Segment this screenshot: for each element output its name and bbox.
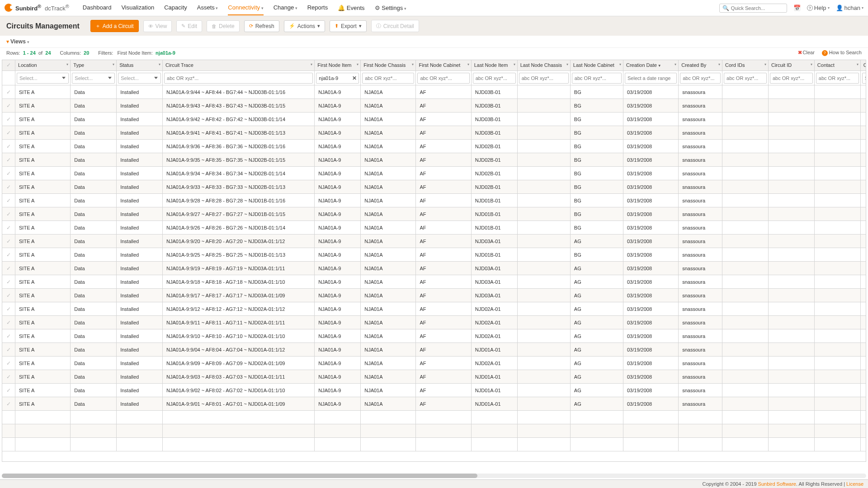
table-row[interactable]: ✓SITE ADataInstalledNJA01A-9:9/17 ~ AF8:…	[2, 289, 866, 302]
row-checkbox[interactable]: ✓	[6, 103, 11, 109]
col-menu-icon[interactable]: ▾	[467, 62, 469, 66]
table-row[interactable]: ✓SITE ADataInstalledNJA01A-9:9/04 ~ AF8:…	[2, 343, 866, 357]
filter-trace[interactable]	[164, 73, 313, 84]
col-menu-icon[interactable]: ▾	[159, 62, 160, 66]
col-header-cid[interactable]: Circuit ID▾	[768, 60, 814, 71]
filter-cdate[interactable]	[625, 73, 677, 84]
table-row[interactable]: ✓SITE ADataInstalledNJA01A-9:9/03 ~ AF8:…	[2, 370, 866, 384]
row-checkbox[interactable]: ✓	[6, 89, 11, 95]
filter-cord[interactable]	[724, 73, 767, 84]
add-circuit-button[interactable]: ＋Add a Circuit	[90, 20, 139, 32]
col-menu-icon[interactable]: ▾	[857, 62, 859, 66]
row-checkbox[interactable]: ✓	[6, 306, 11, 312]
user-menu[interactable]: 👤 hchan▾	[836, 5, 863, 11]
nav-change[interactable]: Change	[274, 0, 297, 15]
col-header-location[interactable]: Location▾	[15, 60, 71, 71]
actions-button[interactable]: ⚡Actions▾	[284, 20, 325, 32]
table-row[interactable]: ✓SITE ADataInstalledNJA01A-9:9/27 ~ AF8:…	[2, 207, 866, 221]
quick-search-input[interactable]	[731, 5, 784, 11]
table-row[interactable]: ✓SITE ADataInstalledNJA01A-9:9/44 ~ AF8:…	[2, 85, 866, 99]
table-row[interactable]: ✓SITE ADataInstalledNJA01A-9:9/09 ~ AF8:…	[2, 357, 866, 370]
delete-button[interactable]: 🗑Delete	[207, 20, 240, 32]
table-row[interactable]: ✓SITE ADataInstalledNJA01A-9:9/36 ~ AF8:…	[2, 140, 866, 153]
filter-type[interactable]: Select...	[72, 73, 115, 84]
row-checkbox[interactable]: ✓	[6, 333, 11, 339]
col-header-chk[interactable]: ✓	[2, 60, 15, 71]
table-row[interactable]: ✓SITE ADataInstalledNJA01A-9:9/18 ~ AF8:…	[2, 275, 866, 289]
how-to-search-link[interactable]: ?How to Search	[822, 50, 862, 56]
table-row[interactable]: ✓SITE ADataInstalledNJA01A-9:9/19 ~ AF8:…	[2, 262, 866, 275]
row-checkbox[interactable]: ✓	[6, 197, 11, 204]
row-checkbox[interactable]: ✓	[6, 238, 11, 244]
col-header-status[interactable]: Status▾	[117, 60, 163, 71]
table-row[interactable]: ✓SITE ADataInstalledNJA01A-9:9/10 ~ AF8:…	[2, 329, 866, 343]
table-row[interactable]: ✓SITE ADataInstalledNJA01A-9:9/35 ~ AF8:…	[2, 153, 866, 167]
filter-contact[interactable]	[816, 73, 859, 84]
table-row[interactable]: ✓SITE ADataInstalledNJA01A-9:9/01 ~ AF8:…	[2, 397, 866, 411]
filter-location[interactable]: Select...	[17, 73, 69, 84]
table-row[interactable]: ✓SITE ADataInstalledNJA01A-9:9/34 ~ AF8:…	[2, 167, 866, 180]
filter-con[interactable]: Select...	[862, 73, 866, 84]
table-row[interactable]: ✓SITE ADataInstalledNJA01A-9:9/43 ~ AF8:…	[2, 99, 866, 113]
col-header-contact[interactable]: Contact▾	[814, 60, 860, 71]
nav-settings[interactable]: ⚙ Settings	[375, 1, 406, 15]
table-row[interactable]: ✓SITE ADataInstalledNJA01A-9:9/02 ~ AF8:…	[2, 384, 866, 397]
col-header-lncab[interactable]: Last Node Cabinet▾	[570, 60, 623, 71]
circuit-detail-button[interactable]: ⓘCircuit Detail	[371, 20, 419, 32]
views-dropdown[interactable]: ▾Views ▾	[6, 38, 29, 45]
col-header-fni[interactable]: First Node Item▾	[315, 60, 361, 71]
row-checkbox[interactable]: ✓	[6, 265, 11, 272]
table-row[interactable]: ✓SITE ADataInstalledNJA01A-9:9/11 ~ AF8:…	[2, 316, 866, 329]
col-header-type[interactable]: Type▾	[71, 60, 117, 71]
col-header-con[interactable]: Con▾	[860, 60, 866, 71]
filter-lncab[interactable]	[572, 73, 622, 84]
nav-dashboard[interactable]: Dashboard	[83, 0, 112, 15]
nav-events[interactable]: 🔔 Events	[338, 1, 364, 15]
table-row[interactable]: ✓SITE ADataInstalledNJA01A-9:9/20 ~ AF8:…	[2, 235, 866, 248]
col-menu-icon[interactable]: ▾	[113, 62, 114, 66]
row-checkbox[interactable]: ✓	[6, 184, 11, 190]
row-checkbox[interactable]: ✓	[6, 319, 11, 326]
export-button[interactable]: ⬆Export▾	[330, 20, 367, 32]
col-menu-icon[interactable]: ▾	[764, 62, 766, 66]
help-menu[interactable]: ? Help▾	[807, 5, 830, 11]
row-checkbox[interactable]: ✓	[6, 401, 11, 407]
table-row[interactable]: ✓SITE ADataInstalledNJA01A-9:9/33 ~ AF8:…	[2, 180, 866, 194]
row-checkbox[interactable]: ✓	[6, 211, 11, 217]
nav-capacity[interactable]: Capacity	[164, 0, 187, 15]
table-row[interactable]: ✓SITE ADataInstalledNJA01A-9:9/12 ~ AF8:…	[2, 302, 866, 316]
row-checkbox[interactable]: ✓	[6, 225, 11, 231]
select-all-checkbox[interactable]: ✓	[6, 62, 11, 68]
col-menu-icon[interactable]: ▾	[357, 62, 359, 66]
col-header-cby[interactable]: Created By▾	[679, 60, 722, 71]
nav-assets[interactable]: Assets	[197, 0, 218, 15]
table-row[interactable]: ✓SITE ADataInstalledNJA01A-9:9/41 ~ AF8:…	[2, 126, 866, 140]
col-menu-icon[interactable]: ▾	[412, 62, 414, 66]
table-row[interactable]: ✓SITE ADataInstalledNJA01A-9:9/42 ~ AF8:…	[2, 113, 866, 126]
row-checkbox[interactable]: ✓	[6, 157, 11, 163]
view-button[interactable]: 👁View	[143, 20, 172, 32]
row-checkbox[interactable]: ✓	[6, 279, 11, 285]
table-row[interactable]: ✓SITE ADataInstalledNJA01A-9:9/28 ~ AF8:…	[2, 194, 866, 207]
col-header-trace[interactable]: Circuit Trace▾	[163, 60, 315, 71]
clear-filter-icon[interactable]: ✕	[352, 75, 357, 81]
col-menu-icon[interactable]: ▾	[811, 62, 812, 66]
quick-search[interactable]: 🔍	[719, 4, 787, 13]
row-checkbox[interactable]: ✓	[6, 143, 11, 150]
filter-lnc[interactable]	[519, 73, 569, 84]
col-header-lnc[interactable]: Last Node Chassis▾	[517, 60, 570, 71]
col-menu-icon[interactable]: ▾	[566, 62, 568, 66]
col-header-fnc[interactable]: First Node Chassis▾	[361, 60, 416, 71]
calendar-icon[interactable]: 📅	[793, 5, 801, 11]
nav-reports[interactable]: Reports	[307, 0, 328, 15]
col-header-cdate[interactable]: Creation Date▼▾	[623, 60, 678, 71]
clear-filters-button[interactable]: ✖Clear	[798, 50, 815, 56]
col-menu-icon[interactable]: ▾	[675, 62, 676, 66]
col-header-cord[interactable]: Cord IDs▾	[722, 60, 769, 71]
col-menu-icon[interactable]: ▾	[619, 62, 621, 66]
row-checkbox[interactable]: ✓	[6, 347, 11, 353]
col-menu-icon[interactable]: ▾	[66, 62, 68, 66]
row-checkbox[interactable]: ✓	[6, 387, 11, 394]
filter-cid[interactable]	[770, 73, 813, 84]
row-checkbox[interactable]: ✓	[6, 116, 11, 122]
